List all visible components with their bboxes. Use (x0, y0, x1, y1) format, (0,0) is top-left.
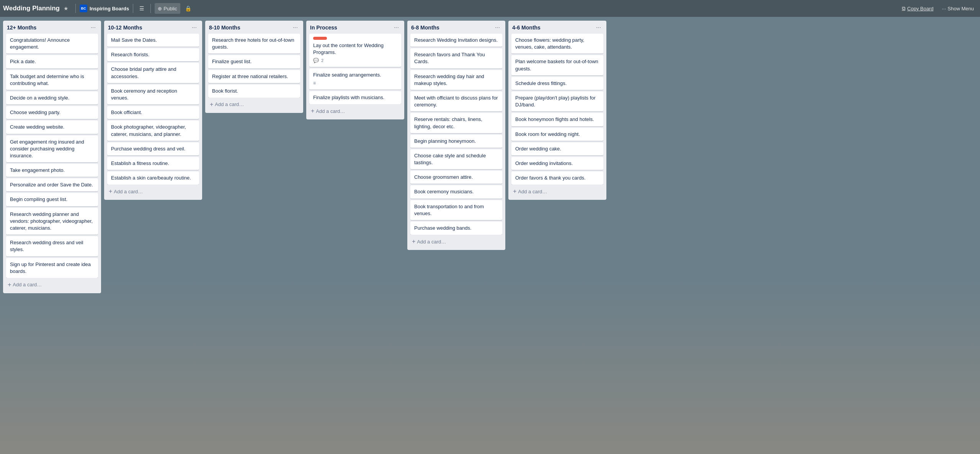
card-text: Book officiant. (111, 109, 142, 115)
card[interactable]: Research favors and Thank You Cards. (410, 48, 502, 68)
card[interactable]: Research wedding planner and vendors: ph… (6, 208, 98, 235)
list-menu-button[interactable]: ··· (595, 24, 603, 31)
card[interactable]: Purchase wedding dress and veil. (107, 142, 199, 155)
list-menu-button[interactable]: ··· (291, 24, 299, 31)
card[interactable]: Choose wedding party. (6, 106, 98, 119)
workspace-name: Inspiring Boards (90, 6, 129, 11)
card[interactable]: Book transportation to and from venues. (410, 200, 502, 220)
copy-board-label: Copy Board (907, 6, 934, 11)
card[interactable]: Choose groomsmen attire. (410, 171, 502, 184)
card[interactable]: Order wedding invitations. (511, 157, 603, 170)
list-menu-button[interactable]: ··· (190, 24, 198, 31)
card-text: Finalize playlists with musicians. (313, 95, 384, 100)
card[interactable]: Schedule dress fittings. (511, 77, 603, 90)
card[interactable]: Finalize guest list. (208, 55, 300, 68)
card-text: Book honeymoon flights and hotels. (515, 116, 594, 122)
add-card-plus-icon: + (210, 101, 213, 108)
add-card-button[interactable]: +Add a card… (309, 106, 401, 116)
add-card-button[interactable]: +Add a card… (208, 99, 300, 110)
cards-container: Research Wedding Invitation designs.Rese… (410, 34, 502, 235)
card-text: Prepare (play/don't play) playlists for … (515, 95, 596, 108)
list-menu-button[interactable]: ··· (89, 24, 97, 31)
add-card-label: Add a card… (417, 239, 446, 245)
card[interactable]: Research Wedding Invitation designs. (410, 34, 502, 47)
card[interactable]: Book officiant. (107, 106, 199, 119)
card[interactable]: Create wedding website. (6, 121, 98, 134)
card[interactable]: Meet with officiant to discuss plans for… (410, 91, 502, 111)
card[interactable]: Personalize and order Save the Date. (6, 178, 98, 191)
card[interactable]: Finalize seating arrangements.≡ (309, 69, 401, 90)
card[interactable]: Order wedding cake. (511, 142, 603, 155)
card[interactable]: Sign up for Pinterest and create idea bo… (6, 258, 98, 278)
card[interactable]: Get engagement ring insured and consider… (6, 136, 98, 163)
cards-container: Research three hotels for out-of-town gu… (208, 34, 300, 98)
workspace-button[interactable]: BC Inspiring Boards (80, 5, 129, 12)
card[interactable]: Register at three national retailers. (208, 70, 300, 83)
card[interactable]: Order favors & thank you cards. (511, 171, 603, 185)
copy-board-button[interactable]: ⧉ Copy Board (899, 4, 937, 13)
show-menu-button[interactable]: ··· Show Menu (939, 4, 977, 13)
card[interactable]: Establish a fitness routine. (107, 157, 199, 170)
card[interactable]: Take engagement photo. (6, 164, 98, 177)
card[interactable]: Mail Save the Dates. (107, 34, 199, 47)
lock-button[interactable]: 🔒 (183, 4, 194, 13)
card-text: Research Wedding Invitation designs. (414, 37, 498, 43)
card[interactable]: Reserve rentals: chairs, linens, lightin… (410, 113, 502, 133)
card[interactable]: Choose cake style and schedule tastings. (410, 149, 502, 169)
add-card-plus-icon: + (109, 188, 112, 194)
card[interactable]: Choose bridal party attire and accessori… (107, 63, 199, 83)
add-card-button[interactable]: +Add a card… (6, 279, 98, 290)
card-text: Book photographer, videographer, caterer… (111, 124, 186, 137)
card-text: Create wedding website. (10, 124, 64, 130)
card-text: Book room for wedding night. (515, 131, 580, 137)
board-menu-icon-btn[interactable]: ☰ (137, 4, 147, 13)
card[interactable]: Plan welcome baskets for out-of-town gue… (511, 55, 603, 75)
add-card-plus-icon: + (311, 108, 314, 114)
card[interactable]: Prepare (play/don't play) playlists for … (511, 91, 603, 111)
card[interactable]: Finalize playlists with musicians. (309, 91, 401, 104)
card[interactable]: Book room for wedding night. (511, 128, 603, 141)
card[interactable]: Research wedding dress and veil styles. (6, 236, 98, 256)
card[interactable]: Lay out the content for Wedding Programs… (309, 34, 401, 67)
card[interactable]: Choose flowers: wedding party, venues, c… (511, 34, 603, 54)
card-text: Establish a fitness routine. (111, 160, 169, 166)
board-title: Wedding Planning (3, 5, 60, 12)
board-area: 12+ Months···Congratulations! Announce e… (0, 17, 980, 454)
card[interactable]: Research wedding day hair and makeup sty… (410, 70, 502, 90)
card[interactable]: Congratulations! Announce engagement. (6, 34, 98, 54)
list-menu-button[interactable]: ··· (392, 24, 400, 31)
card[interactable]: Talk budget and determine who is contrib… (6, 70, 98, 90)
card[interactable]: Establish a skin care/beauty routine. (107, 171, 199, 185)
list-list-8-10-months: 8-10 Months···Research three hotels for … (205, 21, 303, 113)
comment-count: 2 (321, 58, 323, 64)
add-card-button[interactable]: +Add a card… (107, 186, 199, 197)
add-card-label: Add a card… (215, 101, 244, 107)
list-title: In Process (310, 24, 392, 31)
visibility-button[interactable]: ⊕ Public (155, 3, 180, 14)
star-button[interactable]: ★ (64, 5, 69, 11)
card-text: Begin planning honeymoon. (414, 138, 476, 144)
card[interactable]: Pick a date. (6, 55, 98, 68)
card[interactable]: Begin planning honeymoon. (410, 135, 502, 148)
card[interactable]: Begin compiling guest list. (6, 193, 98, 206)
card[interactable]: Book ceremony musicians. (410, 185, 502, 198)
card[interactable]: Research three hotels for out-of-town gu… (208, 34, 300, 54)
card[interactable]: Book honeymoon flights and hotels. (511, 113, 603, 126)
card-text: Choose flowers: wedding party, venues, c… (515, 37, 584, 50)
card[interactable]: Research florists. (107, 48, 199, 61)
board-header: Wedding Planning ★ BC Inspiring Boards ☰… (0, 0, 980, 17)
show-menu-label: Show Menu (947, 6, 974, 11)
add-card-button[interactable]: +Add a card… (511, 186, 603, 197)
card[interactable]: Purchase wedding bands. (410, 222, 502, 235)
card-text: Purchase wedding dress and veil. (111, 146, 185, 152)
workspace-icon: BC (80, 5, 87, 12)
add-card-button[interactable]: +Add a card… (410, 236, 502, 247)
card-text: Finalize seating arrangements. (313, 72, 381, 78)
list-menu-button[interactable]: ··· (493, 24, 501, 31)
card[interactable]: Book photographer, videographer, caterer… (107, 121, 199, 140)
list-header: 12+ Months··· (6, 24, 98, 31)
card[interactable]: Decide on a wedding style. (6, 91, 98, 105)
card[interactable]: Book ceremony and reception venues. (107, 85, 199, 105)
cards-container: Mail Save the Dates.Research florists.Ch… (107, 34, 199, 185)
card[interactable]: Book florist. (208, 85, 300, 98)
